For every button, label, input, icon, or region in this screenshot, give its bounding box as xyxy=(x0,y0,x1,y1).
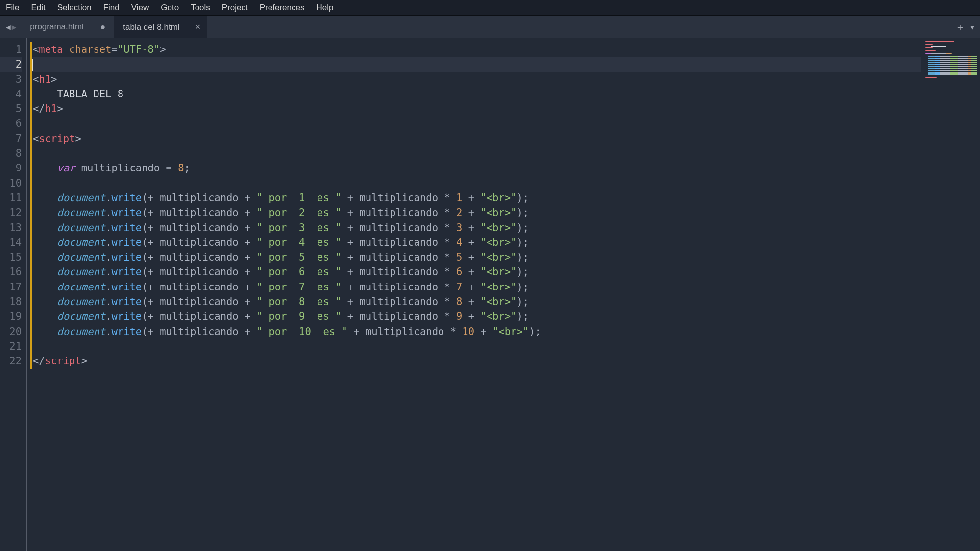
line-number[interactable]: 8 xyxy=(0,146,22,161)
tab-prev-icon[interactable]: ◀ xyxy=(6,23,11,32)
line-number[interactable]: 7 xyxy=(0,131,22,146)
code-line: <meta charset="UTF-8"> xyxy=(30,42,921,57)
code-line xyxy=(30,176,921,191)
code-line: document.write(+ multiplicando + " por 1… xyxy=(30,191,921,205)
line-number[interactable]: 19 xyxy=(0,309,22,324)
editor: 1 2 3 4 5 6 7 8 9 10 11 12 13 14 15 16 1… xyxy=(0,38,980,551)
minimap[interactable] xyxy=(921,38,980,551)
code-line: document.write(+ multiplicando + " por 6… xyxy=(30,264,921,279)
line-number[interactable]: 20 xyxy=(0,324,22,339)
code-line: </script> xyxy=(30,354,921,368)
line-number[interactable]: 2 xyxy=(0,57,22,72)
menu-goto[interactable]: Goto xyxy=(155,3,185,13)
line-number[interactable]: 4 xyxy=(0,87,22,101)
line-number[interactable]: 5 xyxy=(0,101,22,116)
tab-actions: ＋ ▾ xyxy=(956,16,975,38)
line-number[interactable]: 12 xyxy=(0,205,22,220)
line-number[interactable]: 3 xyxy=(0,72,22,87)
line-number[interactable]: 6 xyxy=(0,116,22,131)
code-line: document.write(+ multiplicando + " por 4… xyxy=(30,235,921,250)
tab-label: tabla del 8.html xyxy=(123,23,179,32)
code-line xyxy=(30,339,921,354)
menu-selection[interactable]: Selection xyxy=(51,3,98,13)
line-number[interactable]: 11 xyxy=(0,191,22,205)
tab-tabla-del-8[interactable]: tabla del 8.html × xyxy=(114,16,207,38)
tab-bar: ◀ ▶ programa.html ● tabla del 8.html × ＋… xyxy=(0,16,980,38)
code-line xyxy=(30,146,921,161)
code-area[interactable]: <meta charset="UTF-8"><h1> TABLA DEL 8</… xyxy=(27,38,921,551)
menu-tools[interactable]: Tools xyxy=(185,3,216,13)
line-number[interactable]: 18 xyxy=(0,294,22,309)
gutter: 1 2 3 4 5 6 7 8 9 10 11 12 13 14 15 16 1… xyxy=(0,38,27,551)
line-number[interactable]: 21 xyxy=(0,339,22,354)
code-line xyxy=(30,57,921,72)
code-line: TABLA DEL 8 xyxy=(30,87,921,101)
tab-label: programa.html xyxy=(30,22,84,32)
menu-project[interactable]: Project xyxy=(216,3,254,13)
line-number[interactable]: 15 xyxy=(0,250,22,264)
line-number[interactable]: 16 xyxy=(0,264,22,279)
menu-view[interactable]: View xyxy=(125,3,155,13)
menu-file[interactable]: File xyxy=(3,3,25,13)
new-tab-icon[interactable]: ＋ xyxy=(956,21,965,34)
code-line: document.write(+ multiplicando + " por 7… xyxy=(30,280,921,294)
line-number[interactable]: 13 xyxy=(0,220,22,235)
code-line: var multiplicando = 8; xyxy=(30,161,921,175)
line-number[interactable]: 10 xyxy=(0,176,22,191)
code-line: </h1> xyxy=(30,101,921,116)
code-line: <script> xyxy=(30,131,921,146)
menu-bar: File Edit Selection Find View Goto Tools… xyxy=(0,0,980,16)
code-line: document.write(+ multiplicando + " por 5… xyxy=(30,250,921,264)
line-number[interactable]: 1 xyxy=(0,42,22,57)
code-line: document.write(+ multiplicando + " por 9… xyxy=(30,309,921,324)
menu-find[interactable]: Find xyxy=(98,3,125,13)
tab-menu-icon[interactable]: ▾ xyxy=(969,21,975,33)
code-line: <h1> xyxy=(30,72,921,87)
tab-next-icon[interactable]: ▶ xyxy=(12,23,17,32)
minimap-content xyxy=(925,41,978,78)
tab-dirty-icon: ● xyxy=(100,22,105,32)
line-number[interactable]: 17 xyxy=(0,280,22,294)
menu-preferences[interactable]: Preferences xyxy=(254,3,311,13)
code-line: document.write(+ multiplicando + " por 3… xyxy=(30,220,921,235)
code-line: document.write(+ multiplicando + " por 1… xyxy=(30,324,921,339)
tab-programa[interactable]: programa.html ● xyxy=(21,16,114,38)
line-number[interactable]: 14 xyxy=(0,235,22,250)
code-line: document.write(+ multiplicando + " por 2… xyxy=(30,205,921,220)
line-number[interactable]: 22 xyxy=(0,354,22,368)
menu-edit[interactable]: Edit xyxy=(25,3,51,13)
menu-help[interactable]: Help xyxy=(310,3,339,13)
code-line xyxy=(30,116,921,131)
line-number[interactable]: 9 xyxy=(0,161,22,175)
code-line: document.write(+ multiplicando + " por 8… xyxy=(30,294,921,309)
tab-nav: ◀ ▶ xyxy=(0,16,21,38)
tab-close-icon[interactable]: × xyxy=(196,22,201,32)
